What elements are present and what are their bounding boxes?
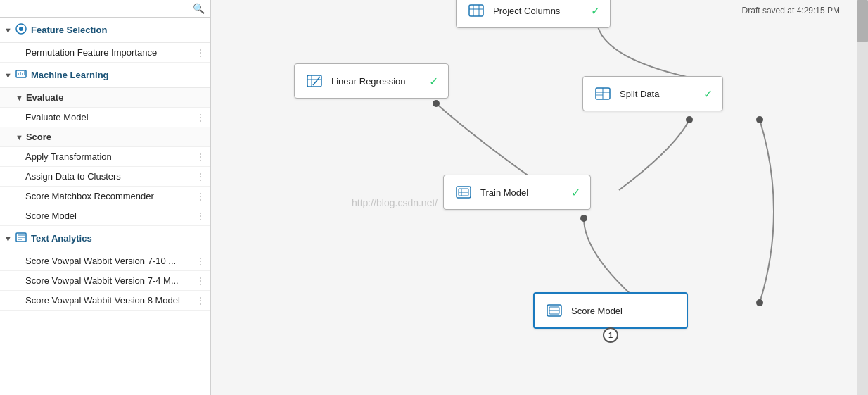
svg-point-12	[686, 116, 693, 123]
item-label: Score Vowpal Wabbit Version 7-10 ...	[25, 256, 176, 266]
search-input[interactable]: score	[4, 4, 191, 14]
train-model-check: ✓	[571, 186, 580, 199]
linear-regression-label: Linear Regression	[331, 76, 423, 87]
sidebar-item-evaluate-model[interactable]: Evaluate Model ⋮	[0, 108, 210, 127]
project-columns-icon	[466, 1, 486, 20]
sidebar-item-score-vowpal-wabbit-8[interactable]: Score Vowpal Wabbit Version 8 Model ⋮	[0, 291, 210, 311]
score-items: Apply Transformation ⋮ Assign Data to Cl…	[0, 147, 210, 226]
split-data-label: Split Data	[620, 89, 698, 99]
drag-handle: ⋮	[196, 152, 205, 162]
text-icon	[15, 232, 27, 245]
sidebar-item-score-vowpal-wabbit-7-4[interactable]: Score Vowpal Wabbit Version 7-4 M... ⋮	[0, 271, 210, 291]
search-bar: score 🔍	[0, 0, 210, 18]
drag-handle: ⋮	[196, 172, 205, 182]
sidebar-item-apply-transformation[interactable]: Apply Transformation ⋮	[0, 147, 210, 167]
item-label: Score Vowpal Wabbit Version 8 Model	[25, 295, 180, 306]
feature-selection-label: Feature Selection	[31, 25, 107, 35]
ml-icon	[15, 68, 27, 82]
drag-handle: ⋮	[196, 48, 205, 58]
node-score-model[interactable]: Score Model	[533, 292, 688, 329]
item-label: Score Matchbox Recommender	[25, 191, 154, 201]
sidebar-item-machine-learning[interactable]: ▼ Machine Learning	[0, 63, 210, 88]
item-label: Evaluate Model	[25, 112, 89, 123]
drag-handle: ⋮	[196, 211, 205, 221]
item-label: Apply Transformation	[25, 151, 112, 162]
sidebar-item-assign-data-to-clusters[interactable]: Assign Data to Clusters ⋮	[0, 167, 210, 187]
feature-selection-items: Permutation Feature Importance ⋮	[0, 43, 210, 63]
sidebar: score 🔍 ▼ Feature Selection Permutation …	[0, 0, 211, 395]
node-linear-regression[interactable]: Linear Regression ✓	[294, 63, 449, 99]
evaluate-label: Evaluate	[26, 92, 63, 103]
scroll-track[interactable]	[857, 0, 868, 395]
svg-line-25	[313, 77, 320, 85]
svg-point-14	[580, 215, 587, 222]
scroll-thumb[interactable]	[857, 0, 868, 42]
item-label: Assign Data to Clusters	[25, 171, 121, 182]
svg-point-1	[19, 27, 23, 31]
sidebar-item-score-matchbox-recommender[interactable]: Score Matchbox Recommender ⋮	[0, 187, 210, 206]
node-train-model[interactable]: Train Model ✓	[443, 175, 591, 210]
item-label: Score Vowpal Wabbit Version 7-4 M...	[25, 275, 179, 286]
canvas: Draft saved at 4:29:15 PM http://blog.cs…	[211, 0, 868, 395]
collapse-icon-feature-selection: ▼	[4, 26, 13, 35]
project-columns-check: ✓	[591, 4, 600, 18]
linear-regression-check: ✓	[429, 75, 438, 88]
linear-regression-icon	[305, 71, 324, 91]
watermark: http://blog.csdn.net/	[352, 197, 438, 208]
sidebar-item-permutation-feature-importance[interactable]: Permutation Feature Importance ⋮	[0, 43, 210, 63]
drag-handle: ⋮	[196, 113, 205, 123]
score-label: Score	[26, 132, 51, 142]
svg-point-13	[756, 116, 763, 123]
collapse-icon-machine-learning: ▼	[4, 71, 13, 80]
train-model-label: Train Model	[480, 187, 566, 198]
text-analytics-label: Text Analytics	[31, 233, 92, 244]
sidebar-item-feature-selection[interactable]: ▼ Feature Selection	[0, 18, 210, 43]
sidebar-item-score-vowpal-wabbit-7-10[interactable]: Score Vowpal Wabbit Version 7-10 ... ⋮	[0, 251, 210, 271]
item-label: Permutation Feature Importance	[25, 47, 157, 58]
drag-handle: ⋮	[196, 276, 205, 286]
sidebar-item-evaluate[interactable]: ▼ Evaluate	[0, 88, 210, 108]
project-columns-label: Project Columns	[493, 6, 585, 16]
text-analytics-items: Score Vowpal Wabbit Version 7-10 ... ⋮ S…	[0, 251, 210, 311]
split-data-icon	[593, 84, 613, 104]
filter-icon	[15, 23, 27, 37]
svg-rect-18	[469, 5, 483, 16]
item-label: Score Model	[25, 211, 77, 221]
search-button[interactable]: 🔍	[191, 3, 206, 14]
evaluate-items: Evaluate Model ⋮	[0, 108, 210, 127]
train-model-icon	[454, 182, 473, 202]
drag-handle: ⋮	[196, 296, 205, 306]
collapse-icon-text-analytics: ▼	[4, 234, 13, 243]
status-bar: Draft saved at 4:29:15 PM	[742, 6, 840, 15]
svg-point-16	[756, 299, 763, 306]
collapse-icon-evaluate: ▼	[15, 94, 23, 102]
score-model-icon	[544, 301, 564, 320]
score-model-label: Score Model	[571, 306, 677, 316]
sidebar-item-score-model[interactable]: Score Model ⋮	[0, 206, 210, 226]
sidebar-item-text-analytics[interactable]: ▼ Text Analytics	[0, 226, 210, 251]
node-split-data[interactable]: Split Data ✓	[582, 76, 723, 111]
score-model-badge: 1	[603, 327, 618, 343]
machine-learning-label: Machine Learning	[31, 70, 109, 80]
svg-point-11	[433, 100, 440, 107]
collapse-icon-score: ▼	[15, 133, 23, 142]
node-project-columns[interactable]: Project Columns ✓	[456, 0, 611, 28]
split-data-check: ✓	[703, 87, 713, 101]
draft-status: Draft saved at 4:29:15 PM	[742, 6, 840, 15]
sidebar-item-score[interactable]: ▼ Score	[0, 127, 210, 147]
drag-handle: ⋮	[196, 192, 205, 201]
drag-handle: ⋮	[196, 256, 205, 266]
